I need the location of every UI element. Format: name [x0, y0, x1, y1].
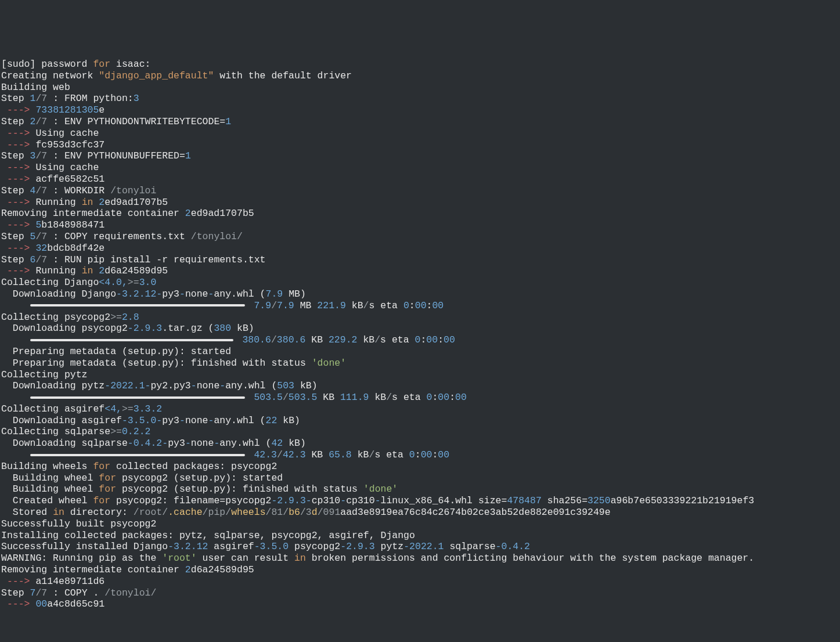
terminal-text: py3 — [162, 288, 179, 300]
terminal-text: - — [179, 288, 185, 300]
terminal-text: Successfully installed Django-3.2.12 asg… — [1, 541, 839, 553]
terminal-text: Step 2/7 : ENV PYTHONDONTWRITEBYTECODE=1 — [1, 116, 839, 128]
terminal-text: : — [432, 449, 438, 460]
terminal-text: >= — [110, 312, 122, 323]
terminal-text: ed9ad1707b5 — [104, 197, 168, 208]
terminal-text: 32 — [35, 243, 47, 254]
terminal-text: 380 — [214, 323, 231, 334]
terminal-text: Downloading sqlparse — [1, 438, 128, 449]
terminal-text: 4 — [30, 185, 36, 196]
progress-bar — [30, 396, 245, 399]
terminal-text: / — [277, 449, 283, 460]
terminal-text: /root/ — [134, 507, 168, 518]
terminal-text: directory: — [64, 507, 134, 518]
terminal-text: 7.9 — [277, 300, 294, 311]
terminal-text: 'done' — [312, 358, 346, 369]
terminal-text: ---> fc953d3cfc37 — [1, 139, 839, 151]
terminal-text: : FROM python: — [47, 93, 134, 104]
terminal-text: Preparing metadata (setup.py): started — [1, 346, 839, 358]
terminal-text: -2.9.3 — [128, 323, 162, 334]
terminal-text: .tar.gz ( — [162, 323, 214, 334]
terminal-text: Installing collected packages: pytz, sql… — [1, 530, 415, 541]
terminal-text: Step 7/7 : COPY . /tonyloi/ — [1, 587, 839, 599]
terminal-text: <4.0, — [99, 277, 128, 288]
terminal-text: Collecting asgiref — [1, 403, 104, 414]
terminal-text: 503.5/503.5 KB 111.9 kB/s eta 0:00:00 — [1, 392, 839, 403]
terminal-text: : — [420, 334, 426, 345]
terminal-text: 00 — [415, 300, 427, 311]
terminal-text: wheels — [231, 507, 265, 518]
terminal-text: 00 — [455, 392, 467, 403]
terminal-text: 2 — [185, 564, 191, 575]
progress-bar — [30, 454, 245, 456]
terminal-text: Building wheels for collected packages: … — [1, 461, 839, 473]
terminal-text: Building web — [1, 82, 70, 93]
terminal-text: /pip/ — [203, 507, 232, 518]
terminal-text: ---> Running in 2ed9ad1707b5 — [1, 197, 839, 208]
terminal-text: / — [369, 449, 374, 460]
terminal-text: ---> Running in 2d6a24589d95 — [1, 265, 839, 277]
terminal-text: any.whl ( — [214, 415, 265, 426]
terminal-text: kB — [346, 300, 363, 311]
terminal-text: /tonyloi/ — [104, 587, 156, 598]
terminal-text: 6 — [30, 254, 36, 265]
terminal-text: : ENV PYTHONDONTWRITEBYTECODE= — [47, 116, 225, 127]
terminal-text: 00 — [432, 300, 444, 311]
terminal-text: : — [415, 449, 421, 460]
terminal-text: Created wheel for psycopg2: filename=psy… — [1, 495, 839, 507]
terminal-text: ---> acffe6582c51 — [1, 174, 839, 185]
terminal-text: Step 6/7 : RUN pip install -r requiremen… — [1, 254, 839, 266]
terminal-text: Building wheels — [1, 461, 93, 472]
terminal-text: ---> — [1, 576, 35, 587]
terminal-text: 3 — [30, 150, 36, 161]
terminal-text: WARNING: Running pip as the — [1, 553, 162, 564]
terminal-text: e — [99, 104, 104, 116]
terminal-text: 00 — [438, 449, 449, 460]
terminal-text: : COPY . — [47, 587, 104, 598]
terminal-text: 42.3 — [248, 449, 277, 460]
terminal-text: 1 — [185, 150, 191, 161]
terminal-text: Step — [1, 116, 30, 127]
terminal-text: 503.5 — [289, 392, 318, 403]
terminal-text: -0.4.2- — [128, 438, 168, 449]
terminal-text: Building web — [1, 82, 839, 93]
terminal-text: /7 — [35, 150, 47, 161]
terminal-text: /7 — [35, 587, 47, 598]
terminal-text: Creating network — [1, 70, 99, 81]
terminal-text: Collecting pytz — [1, 369, 839, 381]
terminal-text: : ENV PYTHONUNBUFFERED= — [47, 150, 185, 161]
terminal-text: ---> — [1, 104, 35, 116]
terminal-text: Building wheel — [1, 484, 99, 495]
terminal-text: 00 — [438, 392, 449, 403]
terminal-text: Using cache — [35, 162, 99, 173]
terminal-text: Removing intermediate container — [1, 208, 185, 219]
terminal-text: ---> 32bdcb8df42e — [1, 243, 839, 254]
terminal-text: : COPY requirements.txt — [47, 231, 191, 242]
terminal-text: 00 — [426, 334, 438, 345]
terminal-text: for — [93, 59, 110, 70]
terminal-text: Downloading pytz-2022.1-py2.py3-none-any… — [1, 380, 839, 392]
terminal-text: Step — [1, 185, 30, 196]
progress-bar — [30, 304, 245, 306]
terminal-text: [sudo] password — [1, 59, 93, 70]
terminal-text: 73381281305 — [35, 104, 99, 116]
terminal-text: Step 3/7 : ENV PYTHONUNBUFFERED=1 — [1, 150, 839, 162]
terminal-text: kB — [352, 449, 369, 460]
terminal-output[interactable]: [sudo] password for isaac:Creating netwo… — [0, 57, 840, 611]
terminal-text: Removing intermediate container 2ed9ad17… — [1, 208, 839, 219]
terminal-text: 1 — [30, 93, 36, 104]
terminal-text: 503.5 — [248, 392, 283, 403]
terminal-text: 0 — [415, 334, 421, 345]
terminal-text: pytz — [375, 541, 404, 552]
terminal-text — [93, 197, 99, 208]
terminal-text: d6a24589d95 — [104, 265, 168, 276]
terminal-text: ---> — [1, 139, 35, 150]
terminal-text: / — [374, 334, 380, 345]
terminal-text: Successfully built psycopg2 — [1, 518, 156, 529]
terminal-text: <4, — [104, 403, 122, 414]
terminal-text: - — [214, 438, 219, 449]
terminal-text: Using cache — [35, 128, 99, 139]
terminal-text: -2022.1 — [403, 541, 444, 552]
terminal-text: any.whl ( — [225, 380, 277, 391]
terminal-text: ---> — [1, 243, 35, 254]
